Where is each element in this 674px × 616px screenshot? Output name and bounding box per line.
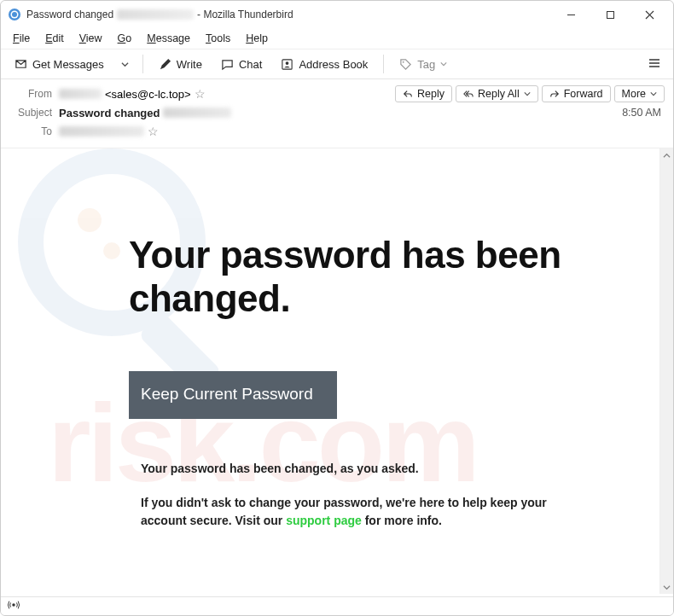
menu-tools[interactable]: Tools [199,31,237,46]
minimize-button[interactable] [559,5,583,24]
subject-value: Password changed [59,107,231,119]
more-label: More [622,88,646,100]
download-icon [15,58,27,71]
tag-icon [399,58,412,71]
connection-icon[interactable] [8,599,20,613]
forward-icon [549,89,560,99]
scroll-down-button[interactable] [660,580,673,594]
email-content: Your password has been changed. Keep Cur… [1,148,659,564]
chat-label: Chat [239,58,262,71]
chat-button[interactable]: Chat [214,55,269,74]
from-label: From [9,88,52,100]
redacted-text [59,126,144,137]
subject-text: Password changed [59,107,160,119]
toolbar-separator [383,55,384,73]
to-value: ☆ [59,125,159,138]
chat-icon [221,58,234,71]
forward-label: Forward [564,88,603,100]
message-body-container: risk.com Your password has been changed.… [1,148,673,594]
menu-edit[interactable]: Edit [38,31,71,46]
app-menu-button[interactable] [642,53,666,76]
from-email[interactable]: <sales@c-lc.top> [105,88,191,101]
menu-file[interactable]: File [6,31,37,46]
from-value: <sales@c-lc.top> ☆ [59,87,206,101]
scrollbar[interactable] [659,148,673,594]
reply-all-button[interactable]: Reply All [456,85,538,102]
window-title: Password changed - Mozilla Thunderbird [26,9,559,20]
email-text: for more info. [362,514,442,527]
svg-point-9 [403,61,404,62]
subject-label: Subject [9,107,52,119]
menu-go[interactable]: Go [111,31,139,46]
app-icon [8,8,21,21]
window-title-suffix: - Mozilla Thunderbird [197,9,293,20]
hamburger-icon [648,56,661,70]
reply-icon [403,89,413,99]
toolbar-separator [142,55,143,73]
maximize-button[interactable] [598,5,622,24]
forward-button[interactable]: Forward [542,85,611,102]
more-button[interactable]: More [614,85,665,102]
reply-all-icon [463,89,474,99]
message-time: 8:50 AM [622,107,665,119]
svg-point-2 [12,12,17,17]
message-header: From <sales@c-lc.top> ☆ Reply Reply All … [1,79,673,148]
subject-row: Subject Password changed 8:50 AM [9,103,665,122]
support-page-link[interactable]: support page [286,514,362,527]
to-row: To ☆ [9,122,665,141]
email-paragraph-1: Your password has been changed, as you a… [129,462,572,475]
scroll-up-button[interactable] [660,148,673,162]
status-bar [1,596,673,615]
redacted-text [59,89,102,99]
title-bar: Password changed - Mozilla Thunderbird [1,1,673,28]
star-icon[interactable]: ☆ [195,87,206,101]
get-messages-button[interactable]: Get Messages [8,55,111,74]
menu-bar: File Edit View Go Message Tools Help [1,28,673,49]
svg-rect-4 [607,11,613,18]
address-book-label: Address Book [299,58,368,71]
address-book-button[interactable]: Address Book [274,55,375,74]
address-book-icon [281,58,293,71]
chevron-down-icon [524,90,531,97]
pencil-icon [159,58,171,71]
tag-button[interactable]: Tag [392,55,454,74]
message-actions: Reply Reply All Forward More [395,85,665,102]
email-headline: Your password has been changed. [129,234,608,320]
close-button[interactable] [637,5,661,24]
svg-point-13 [12,603,15,607]
menu-view[interactable]: View [73,31,109,46]
menu-help[interactable]: Help [239,31,275,46]
menu-message[interactable]: Message [140,31,197,46]
star-icon[interactable]: ☆ [148,125,159,138]
chevron-down-icon [650,90,657,97]
reply-label: Reply [417,88,444,100]
email-paragraph-2: If you didn't ask to change your passwor… [129,494,572,530]
toolbar: Get Messages Write Chat Address Book Tag [1,49,673,79]
write-button[interactable]: Write [152,55,209,74]
window-title-prefix: Password changed [26,9,113,20]
scrollbar-track[interactable] [660,162,673,580]
redacted-text [163,108,231,118]
from-row: From <sales@c-lc.top> ☆ Reply Reply All … [9,84,665,103]
write-label: Write [177,58,202,71]
reply-button[interactable]: Reply [395,85,452,102]
keep-password-button[interactable]: Keep Current Password [129,371,337,419]
redacted-text [117,9,194,20]
get-messages-label: Get Messages [32,58,104,71]
chevron-down-icon [440,61,447,67]
reply-all-label: Reply All [478,88,520,100]
message-body: risk.com Your password has been changed.… [1,148,659,594]
tag-label: Tag [417,58,435,71]
to-label: To [9,125,52,137]
get-messages-dropdown[interactable] [116,55,134,74]
svg-point-8 [286,61,289,65]
window-controls [559,5,666,24]
